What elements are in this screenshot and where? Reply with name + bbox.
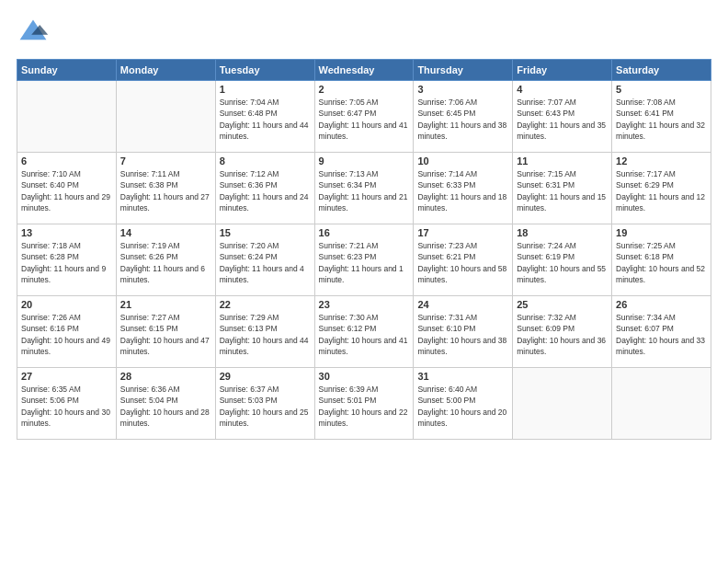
day-number: 26 (616, 299, 707, 310)
calendar-cell: 23Sunrise: 7:30 AM Sunset: 6:12 PM Dayli… (314, 296, 414, 368)
day-number: 29 (220, 371, 311, 382)
day-info: Sunrise: 6:39 AM Sunset: 5:01 PM Dayligh… (319, 384, 410, 429)
calendar-cell: 26Sunrise: 7:34 AM Sunset: 6:07 PM Dayli… (612, 296, 711, 368)
day-info: Sunrise: 7:32 AM Sunset: 6:09 PM Dayligh… (517, 312, 608, 357)
calendar-cell: 16Sunrise: 7:21 AM Sunset: 6:23 PM Dayli… (314, 224, 414, 296)
day-number: 10 (417, 155, 508, 167)
day-info: Sunrise: 7:04 AM Sunset: 6:48 PM Dayligh… (220, 97, 311, 142)
day-number: 14 (120, 227, 211, 238)
day-info: Sunrise: 6:37 AM Sunset: 5:03 PM Dayligh… (220, 384, 311, 429)
day-info: Sunrise: 7:23 AM Sunset: 6:21 PM Dayligh… (417, 240, 508, 285)
calendar-cell (612, 368, 711, 440)
day-number: 1 (220, 84, 311, 95)
calendar-cell: 13Sunrise: 7:18 AM Sunset: 6:28 PM Dayli… (17, 224, 117, 296)
day-number: 5 (616, 84, 707, 95)
day-number: 3 (417, 84, 508, 95)
weekday-header-saturday: Saturday (612, 60, 711, 81)
calendar-cell: 22Sunrise: 7:29 AM Sunset: 6:13 PM Dayli… (215, 296, 314, 368)
day-number: 21 (120, 299, 211, 310)
calendar-cell: 29Sunrise: 6:37 AM Sunset: 5:03 PM Dayli… (215, 368, 314, 440)
day-info: Sunrise: 7:34 AM Sunset: 6:07 PM Dayligh… (616, 312, 707, 357)
day-info: Sunrise: 7:26 AM Sunset: 6:16 PM Dayligh… (21, 312, 112, 357)
calendar-cell (116, 81, 215, 153)
calendar-cell: 10Sunrise: 7:14 AM Sunset: 6:33 PM Dayli… (414, 153, 513, 224)
day-number: 15 (220, 227, 311, 238)
day-info: Sunrise: 7:19 AM Sunset: 6:26 PM Dayligh… (120, 240, 211, 285)
day-number: 8 (220, 155, 311, 167)
calendar-cell: 2Sunrise: 7:05 AM Sunset: 6:47 PM Daylig… (314, 81, 414, 153)
calendar-cell: 14Sunrise: 7:19 AM Sunset: 6:26 PM Dayli… (116, 224, 215, 296)
day-number: 13 (21, 227, 112, 238)
day-info: Sunrise: 7:27 AM Sunset: 6:15 PM Dayligh… (120, 312, 211, 357)
day-info: Sunrise: 7:12 AM Sunset: 6:36 PM Dayligh… (220, 168, 311, 213)
calendar-cell: 31Sunrise: 6:40 AM Sunset: 5:00 PM Dayli… (414, 368, 513, 440)
day-info: Sunrise: 7:29 AM Sunset: 6:13 PM Dayligh… (220, 312, 311, 357)
logo-icon (17, 17, 50, 50)
calendar-cell: 9Sunrise: 7:13 AM Sunset: 6:34 PM Daylig… (314, 153, 414, 224)
day-number: 12 (616, 155, 707, 167)
weekday-header-thursday: Thursday (414, 60, 513, 81)
day-info: Sunrise: 7:10 AM Sunset: 6:40 PM Dayligh… (21, 168, 112, 213)
day-info: Sunrise: 7:30 AM Sunset: 6:12 PM Dayligh… (319, 312, 410, 357)
day-number: 31 (417, 371, 508, 382)
calendar-cell: 28Sunrise: 6:36 AM Sunset: 5:04 PM Dayli… (116, 368, 215, 440)
calendar-cell: 18Sunrise: 7:24 AM Sunset: 6:19 PM Dayli… (513, 224, 612, 296)
calendar-cell: 27Sunrise: 6:35 AM Sunset: 5:06 PM Dayli… (17, 368, 117, 440)
day-number: 20 (21, 299, 112, 310)
day-number: 30 (319, 371, 410, 382)
calendar-cell (513, 368, 612, 440)
week-row-3: 13Sunrise: 7:18 AM Sunset: 6:28 PM Dayli… (17, 224, 711, 296)
calendar-cell: 17Sunrise: 7:23 AM Sunset: 6:21 PM Dayli… (414, 224, 513, 296)
calendar-cell: 11Sunrise: 7:15 AM Sunset: 6:31 PM Dayli… (513, 153, 612, 224)
day-info: Sunrise: 7:14 AM Sunset: 6:33 PM Dayligh… (417, 168, 508, 213)
calendar-cell: 20Sunrise: 7:26 AM Sunset: 6:16 PM Dayli… (17, 296, 117, 368)
week-row-1: 1Sunrise: 7:04 AM Sunset: 6:48 PM Daylig… (17, 81, 711, 153)
day-info: Sunrise: 6:40 AM Sunset: 5:00 PM Dayligh… (417, 384, 508, 429)
day-number: 7 (120, 155, 211, 167)
calendar-cell: 1Sunrise: 7:04 AM Sunset: 6:48 PM Daylig… (215, 81, 314, 153)
day-number: 17 (417, 227, 508, 238)
calendar-cell: 19Sunrise: 7:25 AM Sunset: 6:18 PM Dayli… (612, 224, 711, 296)
calendar-cell: 30Sunrise: 6:39 AM Sunset: 5:01 PM Dayli… (314, 368, 414, 440)
day-number: 4 (517, 84, 608, 95)
day-info: Sunrise: 7:17 AM Sunset: 6:29 PM Dayligh… (616, 168, 707, 213)
day-number: 24 (417, 299, 508, 310)
day-info: Sunrise: 6:35 AM Sunset: 5:06 PM Dayligh… (21, 384, 112, 429)
calendar-cell: 21Sunrise: 7:27 AM Sunset: 6:15 PM Dayli… (116, 296, 215, 368)
day-number: 11 (517, 155, 608, 167)
day-number: 25 (517, 299, 608, 310)
day-info: Sunrise: 7:31 AM Sunset: 6:10 PM Dayligh… (417, 312, 508, 357)
calendar-cell: 12Sunrise: 7:17 AM Sunset: 6:29 PM Dayli… (612, 153, 711, 224)
weekday-header-friday: Friday (513, 60, 612, 81)
calendar-cell: 24Sunrise: 7:31 AM Sunset: 6:10 PM Dayli… (414, 296, 513, 368)
calendar-cell: 25Sunrise: 7:32 AM Sunset: 6:09 PM Dayli… (513, 296, 612, 368)
weekday-header-wednesday: Wednesday (314, 60, 414, 81)
calendar-cell: 15Sunrise: 7:20 AM Sunset: 6:24 PM Dayli… (215, 224, 314, 296)
day-info: Sunrise: 7:24 AM Sunset: 6:19 PM Dayligh… (517, 240, 608, 285)
day-number: 27 (21, 371, 112, 382)
day-number: 6 (21, 155, 112, 167)
weekday-header-monday: Monday (116, 60, 215, 81)
day-info: Sunrise: 7:06 AM Sunset: 6:45 PM Dayligh… (417, 97, 508, 142)
day-info: Sunrise: 7:05 AM Sunset: 6:47 PM Dayligh… (319, 97, 410, 142)
day-number: 18 (517, 227, 608, 238)
day-number: 23 (319, 299, 410, 310)
day-info: Sunrise: 7:21 AM Sunset: 6:23 PM Dayligh… (319, 240, 410, 285)
day-info: Sunrise: 7:15 AM Sunset: 6:31 PM Dayligh… (517, 168, 608, 213)
day-number: 19 (616, 227, 707, 238)
page: SundayMondayTuesdayWednesdayThursdayFrid… (0, 0, 728, 449)
day-number: 2 (319, 84, 410, 95)
day-number: 9 (319, 155, 410, 167)
calendar-cell: 3Sunrise: 7:06 AM Sunset: 6:45 PM Daylig… (414, 81, 513, 153)
weekday-header-tuesday: Tuesday (215, 60, 314, 81)
logo (17, 17, 53, 50)
week-row-4: 20Sunrise: 7:26 AM Sunset: 6:16 PM Dayli… (17, 296, 711, 368)
day-number: 16 (319, 227, 410, 238)
header (17, 17, 711, 50)
calendar-cell: 5Sunrise: 7:08 AM Sunset: 6:41 PM Daylig… (612, 81, 711, 153)
calendar-cell: 6Sunrise: 7:10 AM Sunset: 6:40 PM Daylig… (17, 153, 117, 224)
calendar-cell: 7Sunrise: 7:11 AM Sunset: 6:38 PM Daylig… (116, 153, 215, 224)
day-info: Sunrise: 7:20 AM Sunset: 6:24 PM Dayligh… (220, 240, 311, 285)
day-info: Sunrise: 6:36 AM Sunset: 5:04 PM Dayligh… (120, 384, 211, 429)
weekday-header-row: SundayMondayTuesdayWednesdayThursdayFrid… (17, 60, 711, 81)
